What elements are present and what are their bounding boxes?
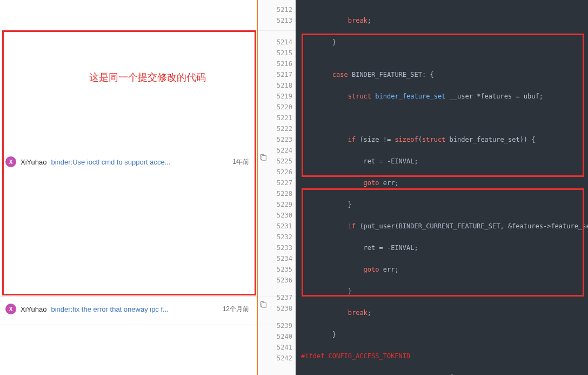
line-number[interactable]: 5216: [277, 58, 292, 69]
commit-link[interactable]: binder:Use ioctl cmd to support acce...: [51, 158, 170, 166]
copy-icon[interactable]: [260, 154, 268, 163]
line-number[interactable]: 5234: [277, 253, 292, 264]
line-number[interactable]: 5213: [277, 15, 292, 26]
blame-divider: [0, 325, 257, 325]
code-line: case BINDER_FEATURE_SET: {: [301, 69, 588, 80]
code-line: ret = -EINVAL;: [301, 156, 588, 167]
code-line: goto err;: [301, 177, 588, 188]
svg-rect-1: [262, 303, 266, 308]
line-number[interactable]: 5237: [277, 292, 292, 303]
blame-author: XiYuhao: [21, 305, 46, 313]
line-number[interactable]: 5219: [277, 91, 292, 102]
line-number[interactable]: 5235: [277, 264, 292, 275]
line-number[interactable]: 5225: [277, 156, 292, 167]
code-line: break;: [301, 15, 588, 26]
blame-author: XiYuhao: [21, 158, 46, 166]
code-line: }: [301, 37, 588, 48]
line-number[interactable]: 5224: [277, 145, 292, 156]
blame-entry: X XiYuhao binder:Use ioctl cmd to suppor…: [0, 153, 257, 170]
line-number[interactable]: 5228: [277, 188, 292, 199]
line-number[interactable]: 5232: [277, 232, 292, 242]
commit-link[interactable]: binder:fix the error that oneway ipc f..…: [51, 305, 169, 313]
blame-divider: [0, 297, 257, 297]
code-panel[interactable]: break; } case BINDER_FEATURE_SET: { stru…: [296, 0, 588, 375]
code-line: goto err;: [301, 264, 588, 275]
commit-time: 12个月前: [223, 305, 249, 314]
code-line: ret = -EINVAL;: [301, 242, 588, 253]
avatar[interactable]: X: [5, 304, 16, 314]
line-number[interactable]: 5231: [277, 221, 292, 232]
code-line: [301, 113, 588, 123]
avatar[interactable]: X: [5, 156, 16, 167]
line-number[interactable]: 5242: [277, 353, 292, 364]
line-number[interactable]: 5238: [277, 303, 292, 314]
line-number[interactable]: 5215: [277, 48, 292, 58]
blame-entry: X XiYuhao binder:fix the error that onew…: [0, 300, 257, 318]
line-number[interactable]: 5236: [277, 275, 292, 286]
line-number[interactable]: 5241: [277, 342, 292, 353]
line-number[interactable]: 5220: [277, 102, 292, 113]
code-line: struct binder_feature_set __user *featur…: [301, 91, 588, 102]
line-number[interactable]: 5240: [277, 331, 292, 342]
code-line: case BINDER_GET_ACCESS_TOKEN: {: [301, 372, 588, 375]
line-number[interactable]: 5214: [277, 37, 292, 48]
code-line: if (size != sizeof(struct binder_feature…: [301, 134, 588, 145]
line-number[interactable]: 5222: [277, 123, 292, 134]
line-number[interactable]: 5217: [277, 69, 292, 80]
line-number[interactable]: 5233: [277, 242, 292, 253]
code-line: }: [301, 199, 588, 210]
line-number[interactable]: 5230: [277, 210, 292, 221]
line-number[interactable]: 5226: [277, 167, 292, 177]
code-line: if (put_user(BINDER_CURRENT_FEATURE_SET,…: [301, 221, 588, 232]
line-number[interactable]: 5227: [277, 177, 292, 188]
code-line: }: [301, 286, 588, 297]
line-number[interactable]: 5218: [277, 80, 292, 91]
line-number[interactable]: 5212: [277, 4, 292, 15]
code-line: #ifdef CONFIG_ACCESS_TOKENID: [301, 351, 588, 361]
line-number[interactable]: 5229: [277, 199, 292, 210]
commit-time: 1年前: [232, 157, 249, 167]
code-line: }: [301, 329, 588, 340]
line-number[interactable]: 5221: [277, 113, 292, 123]
line-number[interactable]: 5223: [277, 134, 292, 145]
copy-icon[interactable]: [260, 301, 268, 310]
blame-panel: 这是同一个提交修改的代码 X XiYuhao binder:Use ioctl …: [0, 0, 258, 375]
line-number[interactable]: 5239: [277, 320, 292, 331]
svg-rect-0: [262, 156, 266, 161]
gutter: 5212 5213 5214 5215 5216 5217 5218 5219 …: [258, 0, 296, 375]
code-line: break;: [301, 307, 588, 318]
annotation-text: 这是同一个提交修改的代码: [89, 71, 206, 84]
